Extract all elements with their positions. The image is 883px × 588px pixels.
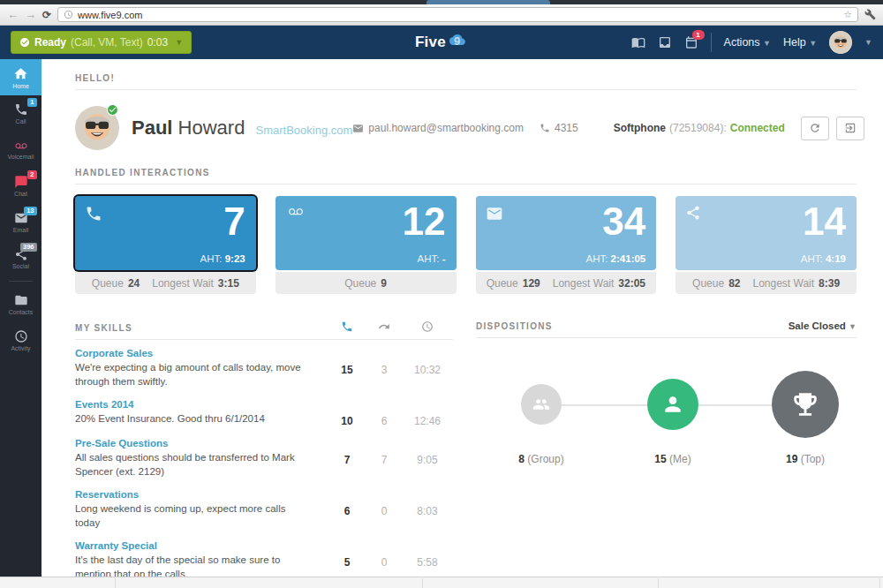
logo-text: Five — [415, 34, 446, 51]
book-icon[interactable] — [631, 35, 645, 49]
skill-callbacks: 6 — [366, 399, 402, 427]
skill-callbacks: 3 — [366, 348, 402, 388]
agent-extension: 4315 — [540, 122, 578, 134]
card-aht: AHT: 9:23 — [200, 253, 245, 264]
sidebar-item-email[interactable]: 13 Email — [0, 204, 42, 240]
sidebar-item-contacts[interactable]: Contacts — [0, 286, 42, 322]
card-queue-info: Queue9 — [275, 272, 457, 294]
trophy-icon — [790, 389, 820, 419]
navbar-right-group: 1 Actions ▼ Help ▼ ▼ — [631, 31, 872, 54]
skill-callbacks: 0 — [366, 489, 402, 530]
status-caret-icon: ▼ — [175, 38, 183, 47]
sidebar-item-call[interactable]: 1 Call — [0, 95, 42, 132]
url-bar[interactable]: www.five9.com ☆ — [57, 7, 858, 22]
skill-time: 12:46 — [402, 399, 453, 427]
skill-calls: 7 — [328, 438, 366, 479]
contact-info: paul.howard@smartbooking.com 4315 — [352, 122, 577, 134]
sidebar-item-social[interactable]: 396 Social — [0, 240, 42, 276]
disposition-group-bubble — [521, 384, 562, 425]
skill-callbacks: 0 — [366, 540, 402, 578]
skill-desc: It's the last day of the special so make… — [75, 554, 305, 578]
help-menu[interactable]: Help ▼ — [783, 36, 817, 49]
skill-desc: Long weekend is coming up, expect more c… — [75, 502, 305, 530]
status-timer: 0:03 — [147, 36, 168, 49]
greeting: HELLO! — [75, 73, 857, 83]
dispositions-panel: DISPOSITIONS Sale Closed ▼ 8 (Group) — [476, 320, 857, 578]
card-count: 12 — [403, 200, 446, 245]
my-skills-title: MY SKILLS — [75, 323, 328, 333]
card-voicemail-stat[interactable]: 12 AHT: - — [275, 196, 457, 270]
skill-link[interactable]: Reservations — [75, 489, 305, 500]
agent-email: paul.howard@smartbooking.com — [352, 122, 524, 134]
page-info-icon — [64, 10, 73, 19]
refresh-icon — [809, 122, 821, 134]
card-calls-stat[interactable]: 7 AHT: 9:23 — [75, 196, 256, 270]
disposition-top-bubble — [772, 371, 839, 438]
active-tab-edge — [426, 0, 550, 4]
badge: 396 — [20, 243, 37, 252]
sign-out-icon — [844, 122, 857, 134]
voicemail-icon — [13, 140, 29, 152]
clock-icon — [14, 329, 28, 343]
logo-cloud-icon: 9 — [447, 32, 468, 48]
disposition-me-bubble — [647, 379, 698, 430]
sidebar-item-activity[interactable]: Activity — [0, 322, 42, 358]
actions-caret-icon: ▼ — [763, 39, 771, 48]
skill-calls: 5 — [328, 540, 366, 578]
avatar — [829, 31, 852, 54]
inbox-icon[interactable] — [658, 35, 672, 49]
person-icon — [661, 393, 684, 416]
card-queue-info: Queue129 Longest Wait32:05 — [476, 272, 657, 294]
skill-link[interactable]: Pre-Sale Questions — [75, 438, 305, 449]
user-avatar-menu[interactable] — [829, 31, 852, 54]
refresh-button[interactable] — [801, 117, 829, 140]
folder-icon — [14, 293, 28, 307]
bottom-bar — [0, 577, 883, 588]
sidebar-item-home[interactable]: Home — [0, 59, 42, 95]
skill-link[interactable]: Corporate Sales — [75, 348, 305, 358]
card-calls: 7 AHT: 9:23 Queue24 Longest Wait3:15 — [75, 196, 256, 294]
card-count: 14 — [803, 200, 846, 245]
profile-row: Paul Howard SmartBooking.com paul.howard… — [75, 101, 857, 155]
actions-menu[interactable]: Actions ▼ — [724, 36, 771, 49]
card-aht: AHT: 2:41:05 — [585, 253, 645, 264]
card-aht: AHT: 4:19 — [801, 253, 846, 264]
calls-phone-icon — [341, 320, 353, 333]
softphone-connected: Connected — [730, 122, 785, 134]
phone-icon — [14, 102, 28, 117]
sidebar-item-voicemail[interactable]: Voicemail — [0, 132, 42, 168]
card-voicemail: 12 AHT: - Queue9 — [275, 196, 457, 294]
bookmark-star-icon[interactable]: ☆ — [843, 9, 852, 20]
badge: 13 — [24, 207, 36, 215]
skill-link[interactable]: Warranty Special — [75, 540, 305, 551]
calendar-button[interactable]: 1 — [684, 35, 698, 49]
browser-menu-wrench-icon[interactable] — [864, 9, 876, 20]
skill-calls: 6 — [328, 489, 366, 530]
online-check-icon — [107, 104, 118, 116]
phone-icon — [85, 205, 102, 222]
sidebar-divider — [9, 281, 33, 282]
skill-desc: We're expecting a big amount of calls to… — [75, 361, 305, 388]
back-button[interactable]: ← — [7, 9, 19, 20]
sidebar-item-chat[interactable]: 2 Chat — [0, 168, 42, 204]
filter-caret-icon: ▼ — [849, 322, 857, 331]
card-email-stat[interactable]: 34 AHT: 2:41:05 — [476, 196, 657, 270]
agent-status-button[interactable]: Ready (Call, VM, Text) 0:03 ▼ — [11, 31, 192, 54]
email-icon — [352, 123, 364, 134]
handled-interactions-title: HANDLED INTERACTIONS — [75, 168, 857, 177]
disposition-me-label: 15 (Me) — [654, 453, 691, 465]
skill-link[interactable]: Events 2014 — [75, 399, 305, 410]
company-name: SmartBooking.com — [256, 124, 353, 137]
callbacks-redo-icon — [378, 320, 390, 333]
skill-desc: 20% Event Insurance. Good thru 6/1/2014 — [75, 412, 305, 426]
sign-out-button[interactable] — [836, 117, 864, 140]
home-icon — [13, 66, 28, 81]
agent-name: Paul Howard SmartBooking.com — [132, 117, 352, 139]
dispositions-filter-dropdown[interactable]: Sale Closed ▼ — [789, 320, 857, 331]
disposition-top-label: 19 (Top) — [786, 453, 825, 465]
forward-button[interactable]: → — [25, 9, 36, 20]
navbar-divider — [711, 33, 712, 52]
card-social-stat[interactable]: 14 AHT: 4:19 — [675, 196, 857, 270]
phone-icon — [540, 123, 550, 133]
reload-button[interactable]: ⟳ — [42, 9, 51, 21]
